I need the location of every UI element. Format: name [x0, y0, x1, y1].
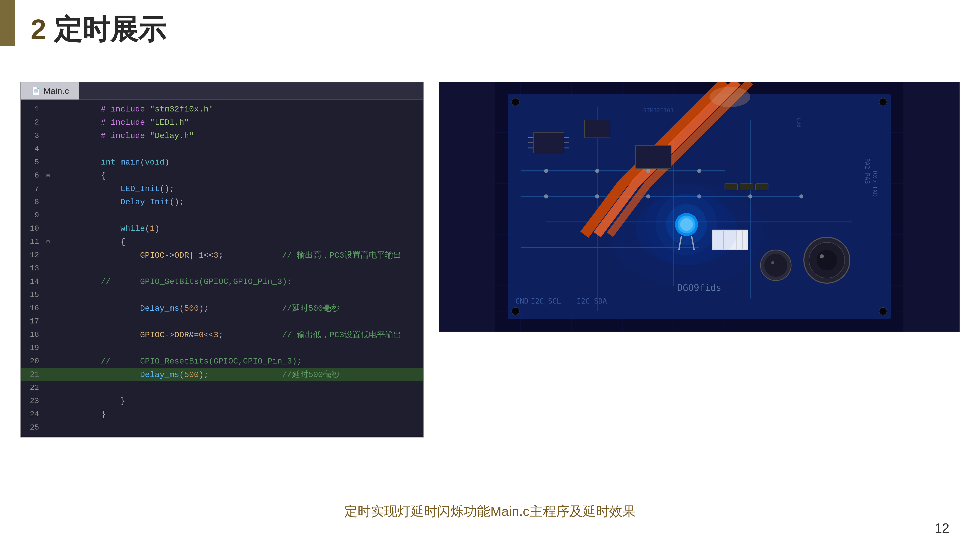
svg-text:STM32F103: STM32F103 — [643, 107, 673, 114]
code-editor-panel: 📄 Main.c 1 # include "stm32f10x.h" 2 # i… — [21, 82, 424, 437]
svg-point-53 — [820, 254, 824, 259]
circuit-board-image: GND I2C_SCL I2C_SDA PA2 PA3 RXD TXD DGO9… — [439, 82, 959, 332]
svg-text:PA2 PA3: PA2 PA3 — [864, 158, 871, 184]
svg-point-66 — [544, 169, 548, 173]
code-line-14: 14 // GPIO_SetBits(GPIOC,GPIO_Pin_3); — [21, 275, 423, 288]
code-line-3: 3 # include "Delay.h" — [21, 129, 423, 142]
svg-text:I2C_SCL: I2C_SCL — [531, 297, 561, 306]
svg-point-78 — [512, 98, 519, 106]
svg-text:PC3: PC3 — [796, 118, 803, 127]
svg-point-81 — [879, 307, 887, 315]
svg-point-80 — [512, 307, 519, 315]
svg-point-79 — [879, 98, 887, 106]
code-line-12: 12 GPIOC->ODR|=1<<3; // 输出高，PC3设置高电平输出 — [21, 248, 423, 262]
svg-text:GND: GND — [515, 297, 528, 305]
svg-text:I2C_SDA: I2C_SDA — [577, 297, 607, 306]
code-line-8: 8 Delay_Init(); — [21, 195, 423, 209]
svg-rect-28 — [635, 145, 671, 168]
title-section: 2 定时展示 — [30, 15, 166, 43]
file-icon: 📄 — [32, 87, 40, 95]
svg-rect-57 — [725, 184, 738, 190]
accent-bar — [0, 0, 15, 46]
svg-rect-58 — [740, 184, 753, 190]
code-line-24: 24 } — [21, 408, 423, 421]
circuit-board-svg: GND I2C_SCL I2C_SDA PA2 PA3 RXD TXD DGO9… — [439, 82, 959, 332]
svg-rect-26 — [533, 133, 564, 153]
svg-point-75 — [799, 194, 803, 198]
tab-label: Main.c — [43, 86, 69, 96]
page-number: 12 — [935, 520, 950, 536]
content-area: 📄 Main.c 1 # include "stm32f10x.h" 2 # i… — [21, 82, 959, 437]
svg-rect-27 — [584, 120, 610, 138]
code-line-18: 18 GPIOC->ODR&=0<<3; // 输出低，PC3设置低电平输出 — [21, 328, 423, 341]
svg-point-55 — [764, 254, 788, 277]
svg-text:RXD TXD: RXD TXD — [871, 171, 878, 197]
svg-point-67 — [595, 169, 599, 173]
svg-point-69 — [697, 169, 701, 173]
svg-rect-59 — [756, 184, 768, 190]
svg-point-74 — [748, 194, 752, 198]
svg-point-52 — [817, 250, 837, 270]
code-body: 1 # include "stm32f10x.h" 2 # include "L… — [21, 100, 423, 437]
svg-point-84 — [710, 87, 750, 107]
svg-point-77 — [635, 194, 738, 265]
title-text: 定时展示 — [54, 15, 166, 43]
svg-point-71 — [595, 194, 599, 198]
code-line-16: 16 Delay_ms(500); //延时500毫秒 — [21, 302, 423, 315]
title-number: 2 — [30, 15, 46, 43]
svg-point-70 — [544, 194, 548, 198]
svg-point-56 — [771, 261, 774, 264]
code-line-21: 21 Delay_ms(500); //延时500毫秒 — [21, 368, 423, 381]
caption-text: 定时实现灯延时闪烁功能Main.c主程序及延时效果 — [0, 503, 980, 520]
svg-point-68 — [646, 169, 650, 173]
